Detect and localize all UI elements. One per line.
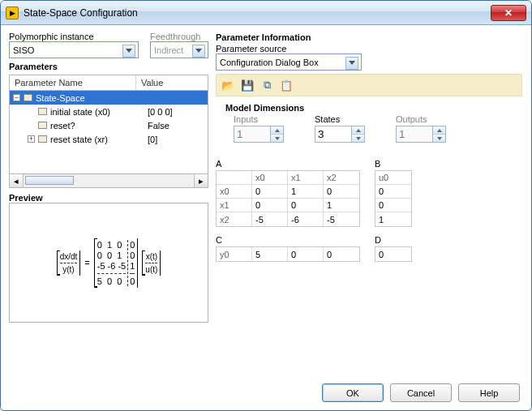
matrix-D-label: D (375, 235, 412, 245)
close-button[interactable]: ✕ (491, 5, 526, 21)
open-icon[interactable]: 📂 (221, 79, 234, 92)
app-icon: ▶ (6, 6, 19, 19)
right-panel: Parameter Information Parameter source C… (215, 32, 523, 379)
states-spinner[interactable] (315, 126, 380, 143)
window-title: State-Space Configuration (24, 7, 491, 19)
feedthrough-dropdown: Indirect (150, 41, 208, 58)
matrix-C[interactable]: y0 5 0 0 (216, 246, 360, 262)
node-icon (38, 135, 47, 143)
left-panel: Polymorphic instance SISO Feedthrough In… (9, 32, 208, 379)
parameters-header: Parameters (9, 62, 208, 71)
tree-item-state-space[interactable]: − State-Space (10, 91, 208, 105)
outputs-label: Outputs (396, 114, 461, 124)
expand-icon[interactable]: + (28, 135, 35, 143)
states-up[interactable] (352, 126, 364, 135)
inputs-spinner (234, 126, 298, 143)
paste-icon[interactable]: 📋 (280, 79, 293, 92)
tree-header: Parameter Name Value (9, 75, 208, 90)
scroll-thumb[interactable] (25, 176, 74, 185)
content: Polymorphic instance SISO Feedthrough In… (1, 25, 531, 410)
tree-item-reset-state[interactable]: + reset state (xr) [0] (10, 132, 208, 146)
matrix-B-label: B (375, 159, 412, 169)
states-label: States (315, 114, 380, 124)
scroll-right-button[interactable]: ▸ (194, 174, 208, 187)
matrix-A[interactable]: x0 x1 x2 x0 0 1 0 x1 (216, 170, 360, 227)
eq-matrix: 0 1 0 0 0 1 -5 -6 -5 5 0 0 0 0 (94, 238, 139, 288)
matrix-D[interactable]: 0 (375, 246, 412, 262)
feedthrough-label: Feedthrough (150, 32, 208, 41)
chevron-down-icon (126, 49, 132, 53)
save-icon[interactable]: 💾 (241, 79, 254, 92)
preview-label: Preview (9, 193, 208, 203)
polymorphic-dropdown[interactable]: SISO (9, 41, 139, 58)
polymorphic-value: SISO (13, 45, 34, 55)
states-down[interactable] (352, 135, 364, 142)
polymorphic-label: Polymorphic instance (9, 32, 147, 41)
help-button[interactable]: Help (458, 383, 520, 402)
tree-scrollbar[interactable]: ◂ ▸ (9, 174, 208, 188)
copy-icon[interactable]: ⧉ (260, 79, 273, 92)
eq-rhs: x(t) u(t) (142, 250, 161, 276)
parameter-tree[interactable]: − State-Space − initial state (x0) [0 0 … (9, 90, 208, 174)
chevron-down-icon (349, 61, 355, 65)
titlebar: ▶ State-Space Configuration ✕ (1, 1, 531, 25)
preview-canvas: dx/dt y(t) = 0 1 0 0 0 1 -5 -6 -5 (9, 203, 208, 323)
eq-lhs: dx/dt y(t) (57, 250, 81, 276)
node-icon (24, 94, 32, 101)
param-source-value: Configuration Dialog Box (220, 58, 319, 67)
tree-item-reset[interactable]: − reset? False (10, 118, 208, 132)
param-info-title: Parameter Information (216, 32, 522, 42)
button-bar: OK Cancel Help (9, 379, 523, 404)
states-field[interactable] (315, 126, 352, 143)
node-icon (38, 122, 47, 129)
matrix-C-label: C (216, 235, 360, 245)
node-icon (38, 108, 47, 115)
toolbar: 📂 💾 ⧉ 📋 (216, 74, 522, 96)
dialog-window: ▶ State-Space Configuration ✕ Polymorphi… (0, 0, 532, 411)
model-dimensions-title: Model Dimensions (225, 103, 522, 113)
chevron-down-icon (195, 49, 202, 53)
ok-button[interactable]: OK (322, 383, 384, 402)
col-parameter-name: Parameter Name (10, 75, 136, 90)
matrix-B[interactable]: u0 0 0 1 (375, 170, 412, 227)
param-source-label: Parameter source (216, 44, 522, 54)
param-source-dropdown[interactable]: Configuration Dialog Box (216, 54, 362, 71)
collapse-icon[interactable]: − (13, 94, 20, 101)
tree-item-initial-state[interactable]: − initial state (x0) [0 0 0] (10, 105, 208, 118)
cancel-button[interactable]: Cancel (390, 383, 452, 402)
feedthrough-value: Indirect (154, 45, 183, 55)
matrix-A-label: A (216, 159, 360, 169)
inputs-field (234, 126, 271, 143)
inputs-label: Inputs (234, 114, 298, 124)
scroll-left-button[interactable]: ◂ (10, 174, 24, 187)
outputs-spinner (396, 126, 461, 143)
col-value: Value (136, 75, 168, 90)
outputs-field (396, 126, 433, 143)
